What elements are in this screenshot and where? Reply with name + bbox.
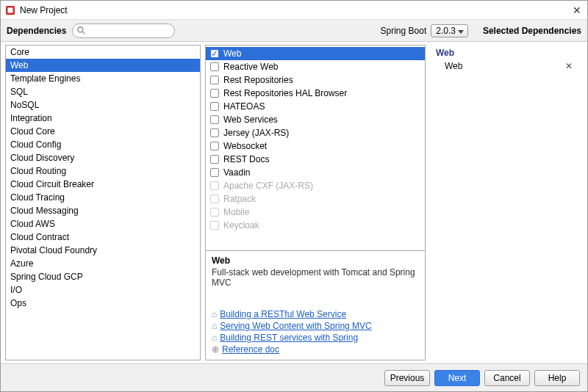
category-item[interactable]: Cloud AWS	[6, 217, 200, 231]
dependency-label: Rest Repositories	[223, 74, 293, 86]
selected-dependency-label: Web	[445, 61, 562, 71]
search-input[interactable]	[72, 23, 175, 38]
category-item[interactable]: Cloud Contract	[6, 231, 200, 244]
selected-dependencies-panel: Web Web✕	[430, 45, 583, 360]
close-icon[interactable]: ✕	[571, 4, 583, 16]
dependency-label: Apache CXF (JAX-RS)	[223, 180, 313, 192]
chevron-down-icon	[458, 30, 464, 34]
dependency-label: Reactive Web	[223, 61, 278, 73]
svg-rect-1	[8, 7, 13, 12]
dependency-item[interactable]: Web Services	[206, 113, 425, 126]
cancel-button[interactable]: Cancel	[484, 370, 530, 386]
dependency-label: Web	[223, 48, 241, 59]
checkbox-icon[interactable]	[210, 62, 219, 71]
category-item[interactable]: Web	[6, 59, 200, 72]
checkbox-icon[interactable]	[210, 89, 219, 98]
dependency-list[interactable]: ✓WebReactive WebRest RepositoriesRest Re…	[206, 46, 425, 250]
checkbox-icon[interactable]	[210, 168, 219, 177]
detail-description: Full-stack web development with Tomcat a…	[212, 267, 419, 288]
dependency-label: Rest Repositories HAL Browser	[223, 87, 347, 99]
dependency-item: Ratpack	[206, 192, 425, 206]
home-icon: ⌂	[212, 332, 217, 344]
checkbox-icon[interactable]	[210, 142, 219, 150]
guide-link[interactable]: Building a RESTful Web Service	[220, 308, 346, 320]
dependency-item[interactable]: REST Docs	[206, 153, 425, 166]
guide-link[interactable]: Serving Web Content with Spring MVC	[220, 320, 372, 332]
checkbox-icon[interactable]: ✓	[210, 49, 219, 58]
dependency-item: Mobile	[206, 206, 425, 219]
category-item[interactable]: Template Engines	[6, 72, 200, 85]
dependency-item[interactable]: HATEOAS	[206, 100, 425, 113]
next-button[interactable]: Next	[434, 370, 480, 386]
dependency-label: HATEOAS	[223, 101, 265, 112]
checkbox-icon	[210, 208, 219, 217]
remove-icon[interactable]: ✕	[562, 61, 576, 71]
guide-link[interactable]: Building REST services with Spring	[220, 332, 358, 344]
dependency-detail-panel: Web Full-stack web development with Tomc…	[206, 250, 425, 360]
reference-doc-link[interactable]: Reference doc	[222, 344, 279, 355]
dependency-item[interactable]: Websocket	[206, 139, 425, 153]
category-item[interactable]: NoSQL	[6, 98, 200, 112]
svg-line-3	[82, 31, 85, 34]
category-item[interactable]: Azure	[6, 257, 200, 270]
checkbox-icon[interactable]	[210, 155, 219, 164]
previous-button[interactable]: Previous	[384, 370, 430, 386]
category-list[interactable]: CoreWebTemplate EnginesSQLNoSQLIntegrati…	[6, 46, 200, 360]
detail-title: Web	[212, 255, 419, 266]
dependency-label: Mobile	[223, 206, 249, 218]
dependency-item: Keycloak	[206, 219, 425, 232]
checkbox-icon[interactable]	[210, 76, 219, 84]
category-item[interactable]: Cloud Config	[6, 138, 200, 151]
dependency-label: Keycloak	[223, 219, 259, 231]
dependencies-label: Dependencies	[7, 26, 66, 36]
category-item[interactable]: Cloud Discovery	[6, 151, 200, 164]
checkbox-icon[interactable]	[210, 128, 219, 137]
checkbox-icon	[210, 195, 219, 203]
dependency-label: REST Docs	[223, 153, 269, 165]
category-item[interactable]: Core	[6, 46, 200, 59]
category-item[interactable]: Spring Cloud GCP	[6, 270, 200, 283]
svg-point-2	[78, 26, 83, 32]
dependency-item: Apache CXF (JAX-RS)	[206, 179, 425, 192]
category-item[interactable]: Ops	[6, 297, 200, 310]
dependency-label: Ratpack	[223, 193, 256, 205]
reference-icon: ⊕	[212, 344, 219, 355]
dependency-item[interactable]: Vaadin	[206, 166, 425, 179]
window-title: New Project	[20, 5, 571, 15]
app-icon	[5, 5, 15, 15]
selected-dependency-item: Web✕	[433, 59, 580, 73]
selected-dependencies-label: Selected Dependencies	[483, 26, 581, 36]
dependency-item[interactable]: Jersey (JAX-RS)	[206, 126, 425, 139]
category-item[interactable]: I/O	[6, 283, 200, 297]
checkbox-icon	[210, 221, 219, 230]
help-button[interactable]: Help	[534, 370, 580, 386]
dependency-item[interactable]: Reactive Web	[206, 60, 425, 73]
dependency-label: Web Services	[223, 114, 278, 126]
category-item[interactable]: Cloud Messaging	[6, 204, 200, 217]
category-item[interactable]: SQL	[6, 85, 200, 98]
dependency-item[interactable]: Rest Repositories	[206, 73, 425, 87]
search-icon	[76, 26, 87, 36]
checkbox-icon[interactable]	[210, 102, 219, 111]
dependency-label: Jersey (JAX-RS)	[223, 127, 289, 139]
spring-boot-label: Spring Boot	[381, 26, 427, 36]
category-item[interactable]: Cloud Circuit Breaker	[6, 178, 200, 191]
dependency-item[interactable]: Rest Repositories HAL Browser	[206, 87, 425, 100]
dependency-label: Vaadin	[223, 167, 250, 178]
category-item[interactable]: Cloud Core	[6, 125, 200, 138]
category-item[interactable]: Pivotal Cloud Foundry	[6, 244, 200, 257]
dependency-label: Websocket	[223, 140, 267, 152]
category-item[interactable]: Cloud Tracing	[6, 191, 200, 204]
checkbox-icon[interactable]	[210, 115, 219, 124]
category-item[interactable]: Integration	[6, 112, 200, 125]
dependency-item[interactable]: ✓Web	[206, 47, 425, 60]
category-item[interactable]: Cloud Routing	[6, 164, 200, 178]
home-icon: ⌂	[212, 320, 217, 332]
checkbox-icon	[210, 181, 219, 190]
selected-group-label: Web	[436, 48, 580, 58]
home-icon: ⌂	[212, 308, 217, 320]
